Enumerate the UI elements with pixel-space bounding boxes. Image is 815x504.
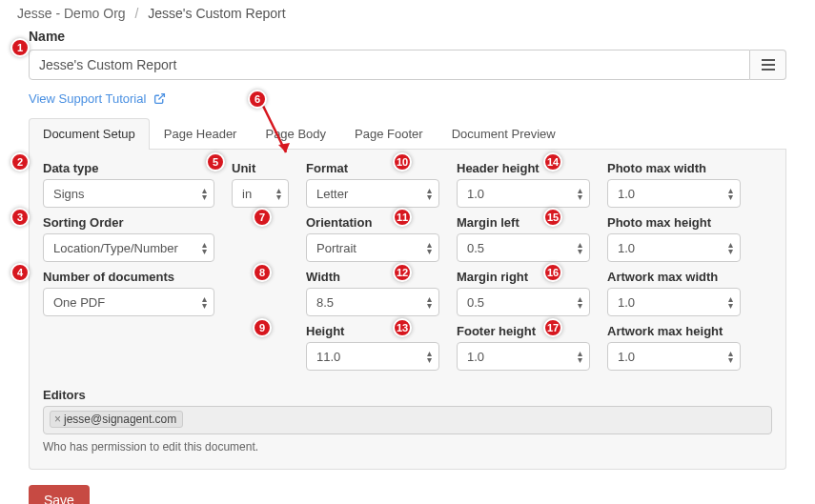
label-orientation: Orientation — [306, 215, 439, 230]
svg-line-3 — [158, 94, 164, 100]
input-footer-height[interactable] — [457, 342, 590, 371]
label-artwork-max-width: Artwork max width — [607, 270, 741, 284]
editor-email: jesse@signagent.com — [64, 413, 176, 426]
annotation-dot-15: 15 — [543, 208, 562, 227]
label-margin-right: Margin right — [457, 270, 590, 284]
label-margin-left: Margin left — [457, 215, 590, 230]
name-label: Name — [29, 29, 798, 44]
tab-page-header[interactable]: Page Header — [150, 118, 252, 150]
tab-document-preview[interactable]: Document Preview — [438, 118, 570, 150]
input-artwork-max-width[interactable] — [607, 288, 741, 316]
label-data-type: Data type — [43, 161, 214, 175]
svg-rect-2 — [762, 69, 775, 71]
annotation-dot-14: 14 — [543, 152, 562, 171]
tabs: Document Setup Page Header Page Body Pag… — [29, 117, 786, 150]
annotation-dot-17: 17 — [543, 318, 562, 337]
remove-tag-icon[interactable]: × — [54, 413, 64, 426]
label-photo-max-height: Photo max height — [607, 215, 741, 230]
annotation-dot-7: 7 — [253, 208, 272, 227]
select-unit[interactable] — [232, 179, 289, 208]
name-menu-button[interactable] — [750, 50, 786, 80]
annotation-dot-16: 16 — [543, 263, 562, 282]
input-photo-max-width[interactable] — [607, 179, 741, 208]
label-height: Height — [306, 324, 439, 338]
label-width: Width — [306, 270, 439, 284]
select-data-type[interactable] — [43, 179, 214, 208]
input-width[interactable] — [306, 288, 439, 316]
tab-page-footer[interactable]: Page Footer — [340, 118, 438, 150]
input-header-height[interactable] — [457, 179, 590, 208]
label-header-height: Header height — [457, 161, 590, 175]
input-height[interactable] — [306, 342, 439, 371]
support-tutorial-link[interactable]: View Support Tutorial — [29, 91, 146, 106]
input-margin-left[interactable] — [457, 233, 590, 262]
label-format: Format — [306, 161, 439, 175]
hamburger-icon — [761, 58, 776, 71]
label-artwork-max-height: Artwork max height — [607, 324, 741, 338]
input-margin-right[interactable] — [457, 288, 590, 316]
label-sorting-order: Sorting Order — [43, 215, 214, 230]
select-num-documents[interactable] — [43, 288, 214, 316]
annotation-dot-6: 6 — [248, 90, 267, 109]
breadcrumb-current: Jesse's Custom Report — [148, 6, 285, 21]
label-footer-height: Footer height — [457, 324, 590, 338]
label-unit: Unit — [232, 161, 289, 175]
select-orientation[interactable] — [306, 233, 439, 262]
input-photo-max-height[interactable] — [607, 233, 741, 262]
annotation-dot-8: 8 — [253, 263, 272, 282]
annotation-dot-13: 13 — [393, 318, 412, 337]
label-num-documents: Number of documents — [43, 270, 214, 284]
label-photo-max-width: Photo max width — [607, 161, 741, 175]
breadcrumb: Jesse - Demo Org / Jesse's Custom Report — [17, 0, 798, 29]
external-link-icon — [153, 92, 166, 108]
breadcrumb-separator: / — [129, 6, 144, 21]
input-artwork-max-height[interactable] — [607, 342, 741, 371]
annotation-dot-4: 4 — [10, 263, 30, 282]
name-input[interactable] — [29, 50, 750, 80]
breadcrumb-org[interactable]: Jesse - Demo Org — [17, 6, 126, 21]
svg-rect-0 — [762, 59, 775, 61]
annotation-dot-5: 5 — [206, 152, 225, 171]
editors-label: Editors — [43, 388, 772, 402]
save-button[interactable]: Save — [29, 485, 90, 504]
select-format[interactable] — [306, 179, 439, 208]
annotation-dot-1: 1 — [10, 38, 30, 57]
annotation-dot-11: 11 — [393, 208, 412, 227]
tab-page-body[interactable]: Page Body — [251, 118, 340, 150]
annotation-dot-3: 3 — [10, 208, 30, 227]
svg-rect-1 — [762, 64, 775, 66]
editor-tag[interactable]: ×jesse@signagent.com — [50, 411, 183, 428]
annotation-dot-9: 9 — [253, 318, 272, 337]
annotation-dot-2: 2 — [10, 152, 30, 171]
annotation-dot-12: 12 — [393, 263, 412, 282]
editors-input[interactable]: ×jesse@signagent.com — [43, 406, 772, 434]
editors-help-text: Who has permission to edit this document… — [43, 440, 772, 454]
annotation-dot-10: 10 — [393, 152, 412, 171]
select-sorting-order[interactable] — [43, 233, 214, 262]
tab-document-setup[interactable]: Document Setup — [29, 118, 150, 150]
document-setup-panel: Data type ▴▾ Sorting Order ▴▾ Number of … — [29, 150, 786, 470]
